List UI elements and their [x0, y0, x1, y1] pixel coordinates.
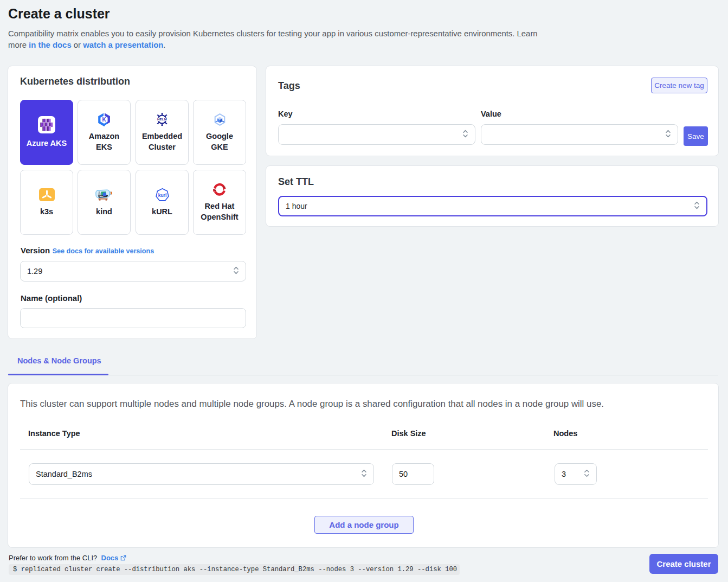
svg-text:HELM: HELM — [157, 118, 167, 121]
svg-text:kurl: kurl — [158, 192, 166, 197]
svg-text:K: K — [102, 117, 106, 123]
